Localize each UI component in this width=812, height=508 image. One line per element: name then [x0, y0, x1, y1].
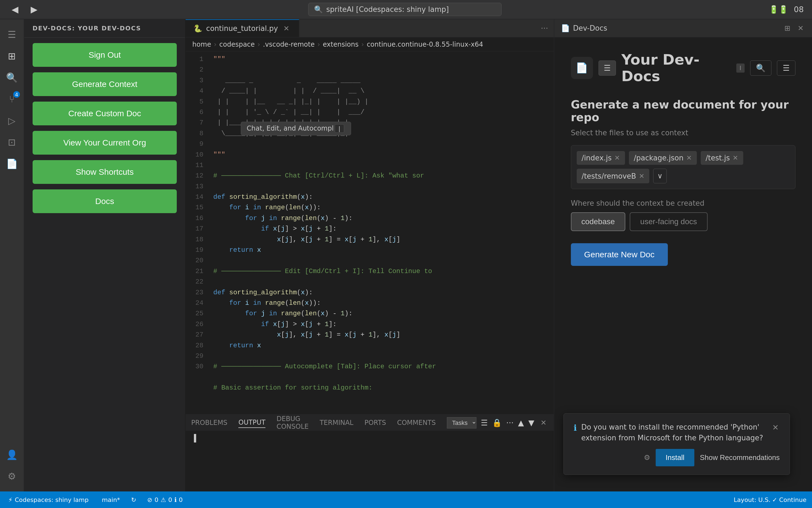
panel-close-button[interactable]: ✕: [539, 418, 548, 428]
error-icon: ⊘: [147, 496, 152, 503]
chip-close-0[interactable]: ✕: [614, 154, 620, 162]
docs-button[interactable]: Docs: [33, 189, 177, 213]
titlebar: ◀ ▶ 🔍 spriteAI [Codespaces: shiny lamp] …: [0, 0, 812, 19]
install-button[interactable]: Install: [656, 449, 694, 466]
panel-more-icon[interactable]: ···: [506, 418, 514, 427]
forward-button[interactable]: ▶: [27, 2, 41, 16]
activity-bar-devdocs[interactable]: 📄: [2, 154, 22, 173]
breadcrumb-vscode-remote[interactable]: .vscode-remote: [263, 41, 315, 48]
activity-bar-extensions[interactable]: ⊡: [2, 132, 22, 152]
titlebar-right: 🔋🔋 08: [769, 5, 804, 14]
breadcrumb-codespace[interactable]: codespace: [219, 41, 255, 48]
tab-close-button[interactable]: ✕: [282, 24, 291, 33]
editor-tab-active[interactable]: 🐍 continue_tutorial.py ✕: [186, 19, 299, 37]
context-user-facing-docs-button[interactable]: user-facing docs: [630, 212, 707, 231]
titlebar-nav: ◀ ▶: [8, 2, 41, 16]
statusbar-branch[interactable]: main*: [97, 496, 123, 503]
toast-message: Do you want to install the recommended '…: [581, 422, 767, 443]
search-bar[interactable]: 🔍 spriteAI [Codespaces: shiny lamp]: [308, 3, 501, 16]
code-content[interactable]: """ _____ _ _ _____ _____ / ____| | | | …: [208, 51, 554, 414]
file-chip-3[interactable]: /tests/removeB ✕: [577, 169, 650, 183]
devdocs-header-controls: ⊞ ✕: [783, 24, 805, 33]
tasks-dropdown[interactable]: Tasks: [447, 417, 477, 428]
sidebar-buttons: Sign Out Generate Context Create Custom …: [24, 38, 185, 492]
dd-menu-button[interactable]: ☰: [599, 60, 616, 76]
panel-tab-problems[interactable]: PROBLEMS: [191, 418, 227, 428]
devdocs-panel-title: Dev-Docs: [573, 24, 607, 32]
python-file-icon: 🐍: [193, 24, 202, 33]
chip-close-1[interactable]: ✕: [686, 154, 692, 162]
codespace-label: Codespaces: shiny lamp: [15, 496, 88, 503]
context-codebase-button[interactable]: codebase: [571, 212, 625, 231]
devdocs-close-button[interactable]: ✕: [796, 24, 805, 33]
warning-icon: ⚠: [161, 496, 166, 503]
panel-tab-output[interactable]: OUTPUT: [238, 417, 266, 428]
time-display: 08: [794, 5, 804, 14]
show-recommendations-button[interactable]: Show Recommendations: [700, 453, 780, 462]
breadcrumb-home[interactable]: home: [192, 41, 211, 48]
dd-logo-icon: 📄: [576, 62, 588, 74]
chips-expand-button[interactable]: ∨: [653, 169, 667, 183]
panel-up-icon[interactable]: ▲: [518, 418, 524, 427]
panel-controls: Tasks ☰ 🔒 ··· ▲ ▼ ✕: [447, 417, 548, 428]
dd-config-button[interactable]: ☰: [777, 60, 796, 76]
activity-bar-explorer[interactable]: ⊞: [2, 46, 22, 66]
code-tooltip: Chat, Edit, and Autocompl|: [241, 122, 351, 135]
editor-area: 🐍 continue_tutorial.py ✕ ··· home › code…: [186, 19, 554, 492]
sign-out-button[interactable]: Sign Out: [33, 43, 177, 67]
activity-bar-menu[interactable]: ☰: [2, 25, 22, 44]
file-chips-container: /index.js ✕ /package.json ✕ /test.js ✕: [571, 145, 796, 189]
chip-close-2[interactable]: ✕: [732, 154, 738, 162]
extensions-icon: ⊡: [8, 137, 16, 148]
generate-new-doc-button[interactable]: Generate New Doc: [571, 243, 668, 266]
context-options: codebase user-facing docs: [571, 212, 796, 231]
breadcrumb: home › codespace › .vscode-remote › exte…: [186, 38, 554, 51]
toast-gear-button[interactable]: ⚙: [644, 453, 650, 462]
file-chip-0[interactable]: /index.js ✕: [577, 151, 625, 165]
breadcrumb-sep3: ›: [317, 41, 320, 48]
file-chip-2[interactable]: /test.js ✕: [701, 151, 743, 165]
file-chip-label-3: /tests/removeB: [582, 172, 636, 180]
panel-tab-comments[interactable]: COMMENTS: [397, 418, 436, 428]
activity-bar-source-control[interactable]: ⑂ 4: [2, 89, 22, 109]
toast-close-button[interactable]: ✕: [771, 422, 780, 433]
tab-bar: 🐍 continue_tutorial.py ✕ ···: [186, 19, 554, 38]
statusbar-codespace[interactable]: ⚡ Codespaces: shiny lamp: [5, 496, 91, 503]
panel-down-icon[interactable]: ▼: [528, 418, 534, 427]
panel-tab-ports[interactable]: PORTS: [364, 418, 386, 428]
sync-icon: ↻: [131, 496, 136, 503]
show-shortcuts-button[interactable]: Show Shortcuts: [33, 160, 177, 184]
devdocs-icon: 📄: [6, 158, 18, 169]
devdocs-layout-button[interactable]: ⊞: [783, 24, 792, 33]
generate-context-button[interactable]: Generate Context: [33, 72, 177, 96]
panel-filter-icon: ☰: [481, 418, 488, 427]
panel-tab-debug[interactable]: DEBUG CONSOLE: [277, 414, 309, 431]
dd-logo: 📄: [571, 57, 593, 79]
form-subheading: Select the files to use as context: [571, 129, 796, 137]
create-custom-doc-button[interactable]: Create Custom Doc: [33, 101, 177, 125]
sidebar-header: DEV-DOCS: YOUR DEV-DOCS: [24, 19, 185, 38]
tab-more-button[interactable]: ···: [535, 19, 554, 37]
activity-bar-settings[interactable]: ⚙: [2, 467, 22, 486]
codespace-icon: ⚡: [8, 496, 12, 503]
file-chip-1[interactable]: /package.json ✕: [629, 151, 697, 165]
statusbar-errors[interactable]: ⊘ 0 ⚠ 0 ℹ 0: [145, 496, 186, 503]
breadcrumb-continue[interactable]: continue.continue-0.8.55-linux-x64: [367, 41, 483, 48]
activity-bar-account[interactable]: 👤: [2, 445, 22, 464]
run-icon: ▷: [8, 115, 15, 126]
activity-bar-search[interactable]: 🔍: [2, 68, 22, 87]
panel-lock-icon: 🔒: [492, 418, 502, 427]
back-button[interactable]: ◀: [8, 2, 22, 16]
search-icon: 🔍: [6, 72, 18, 83]
chip-close-3[interactable]: ✕: [639, 172, 644, 180]
breadcrumb-sep2: ›: [257, 41, 260, 48]
view-current-org-button[interactable]: View Your Current Org: [33, 131, 177, 155]
dd-search-button[interactable]: 🔍: [750, 60, 771, 76]
activity-bar-run[interactable]: ▷: [2, 111, 22, 130]
file-chip-label-2: /test.js: [706, 154, 730, 162]
code-editor[interactable]: 12345 678910 1112131415 1617181920 21222…: [186, 51, 554, 414]
error-count: 0: [155, 496, 159, 503]
breadcrumb-extensions[interactable]: extensions: [323, 41, 359, 48]
statusbar-sync[interactable]: ↻: [128, 496, 139, 503]
panel-tab-terminal[interactable]: TERMINAL: [320, 418, 353, 428]
